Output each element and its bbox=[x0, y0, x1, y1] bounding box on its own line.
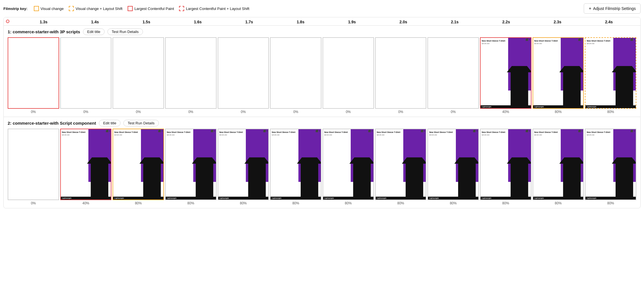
frame-cell[interactable] bbox=[113, 37, 164, 109]
frame-icon-menu: ≡ bbox=[529, 38, 530, 41]
adjust-btn-label: Adjust Filmstrip Settings bbox=[593, 6, 636, 11]
frame-cell[interactable] bbox=[218, 37, 269, 109]
frame-box[interactable]: New Short Sleeve T-Shirt$25.99 USD⬛≡Ligh… bbox=[113, 129, 164, 200]
frame-cell[interactable]: New Short Sleeve T-Shirt$25.99 USD⬛≡Ligh… bbox=[113, 129, 164, 200]
key-item-visual-change: Visual change bbox=[34, 6, 64, 11]
frame-cell[interactable]: New Short Sleeve T-Shirt$25.99 USD⬛≡Ligh… bbox=[375, 129, 427, 200]
frame-icon-camera: ⬛ bbox=[421, 130, 423, 132]
frame-box[interactable]: New Short Sleeve T-Shirt$25.99 USD⬛≡Ligh… bbox=[165, 129, 217, 200]
frame-icon-menu: ≡ bbox=[161, 130, 163, 132]
timeline-tick: 2.0s bbox=[378, 20, 429, 24]
section-1-frames: New Short Sleeve T-Shirt$25.99 USD⬛≡Ligh… bbox=[8, 37, 636, 109]
key-item-label: Largest Contentful Paint + Layout Shift bbox=[186, 7, 249, 11]
frame-box[interactable] bbox=[375, 37, 427, 109]
frame-icon-camera: ⬛ bbox=[578, 130, 581, 132]
percent-label: 80% bbox=[270, 201, 321, 205]
frame-box[interactable]: New Short Sleeve T-Shirt$25.99 USD⬛≡Ligh… bbox=[533, 129, 584, 200]
lightweight-bar: Lightweight bbox=[585, 105, 636, 108]
frame-box[interactable] bbox=[427, 37, 479, 109]
frame-box[interactable] bbox=[218, 37, 269, 109]
frame-box[interactable]: New Short Sleeve T-Shirt$25.99 USD⬛≡Ligh… bbox=[585, 129, 636, 200]
lightweight-bar: Lightweight bbox=[323, 197, 373, 200]
frame-box[interactable]: New Short Sleeve T-Shirt$25.99 USD⬛≡Ligh… bbox=[585, 37, 636, 109]
frame-icon-menu: ≡ bbox=[634, 130, 635, 132]
percent-label: 0% bbox=[60, 110, 112, 114]
frame-box[interactable]: New Short Sleeve T-Shirt$25.99 USD⬛≡Ligh… bbox=[60, 129, 112, 200]
frame-cell[interactable] bbox=[165, 37, 217, 109]
frame-cell[interactable] bbox=[270, 37, 321, 109]
key-item-label: Visual change bbox=[41, 7, 64, 11]
percent-label: 40% bbox=[480, 110, 531, 114]
frame-cell[interactable]: New Short Sleeve T-Shirt$25.99 USD⬛≡Ligh… bbox=[165, 129, 217, 200]
section-2-test-run-details[interactable]: Test Run Details bbox=[123, 120, 159, 126]
frame-cell[interactable]: New Short Sleeve T-Shirt$25.99 USD⬛≡Ligh… bbox=[427, 129, 479, 200]
section-2-edit-title[interactable]: Edit title bbox=[99, 120, 121, 126]
frame-icon-camera: ⬛ bbox=[211, 130, 213, 132]
frame-cell[interactable]: New Short Sleeve T-Shirt$25.99 USD⬛≡Ligh… bbox=[533, 37, 584, 109]
frame-cell[interactable]: New Short Sleeve T-Shirt$25.99 USD⬛≡Ligh… bbox=[323, 129, 374, 200]
percent-label: 80% bbox=[585, 201, 636, 205]
frame-icon-camera: ⬛ bbox=[263, 130, 266, 132]
frame-box[interactable]: New Short Sleeve T-Shirt$25.99 USD⬛≡Ligh… bbox=[427, 129, 479, 200]
frame-box[interactable]: New Short Sleeve T-Shirt$25.99 USD⬛≡Ligh… bbox=[480, 37, 531, 109]
section-1-test-run-details[interactable]: Test Run Details bbox=[107, 28, 143, 35]
visual-change-icon bbox=[34, 6, 39, 11]
frame-cell[interactable] bbox=[323, 37, 374, 109]
frame-cell[interactable] bbox=[427, 37, 479, 109]
frame-box[interactable]: New Short Sleeve T-Shirt$25.99 USD⬛≡Ligh… bbox=[218, 129, 269, 200]
frame-box[interactable]: New Short Sleeve T-Shirt$25.99 USD⬛≡Ligh… bbox=[323, 129, 374, 200]
frame-cell[interactable]: New Short Sleeve T-Shirt$25.99 USD⬛≡Ligh… bbox=[218, 129, 269, 200]
frame-cell[interactable]: New Short Sleeve T-Shirt$25.99 USD⬛≡Ligh… bbox=[60, 129, 112, 200]
frame-cell[interactable]: New Short Sleeve T-Shirt$25.99 USD⬛≡Ligh… bbox=[585, 37, 636, 109]
lightweight-bar: Lightweight bbox=[218, 197, 269, 200]
percent-label: 0% bbox=[323, 110, 374, 114]
frame-cell[interactable]: New Short Sleeve T-Shirt$25.99 USD⬛≡Ligh… bbox=[480, 37, 531, 109]
frame-icon-camera: ⬛ bbox=[630, 38, 633, 41]
frame-cell[interactable]: New Short Sleeve T-Shirt$25.99 USD⬛≡Ligh… bbox=[480, 129, 531, 200]
frame-icon-camera: ⬛ bbox=[158, 130, 161, 132]
frame-box[interactable] bbox=[113, 37, 164, 109]
frame-cell[interactable] bbox=[375, 37, 427, 109]
lightweight-bar: Lightweight bbox=[428, 197, 478, 200]
key-item-label: Visual change + Layout Shift bbox=[76, 7, 122, 11]
frame-cell[interactable]: New Short Sleeve T-Shirt$25.99 USD⬛≡Ligh… bbox=[585, 129, 636, 200]
frame-icon-camera: ⬛ bbox=[368, 130, 371, 132]
frame-box[interactable]: New Short Sleeve T-Shirt$25.99 USD⬛≡Ligh… bbox=[270, 129, 321, 200]
timeline-tick: 1.4s bbox=[69, 20, 121, 24]
frame-icon-menu: ≡ bbox=[581, 38, 583, 41]
frame-box[interactable]: New Short Sleeve T-Shirt$25.99 USD⬛≡Ligh… bbox=[480, 129, 531, 200]
frame-cell[interactable]: New Short Sleeve T-Shirt$25.99 USD⬛≡Ligh… bbox=[533, 129, 584, 200]
adjust-filmstrip-button[interactable]: + Adjust Filmstrip Settings bbox=[584, 3, 641, 14]
percent-label: 0% bbox=[113, 110, 164, 114]
frame-box[interactable] bbox=[8, 129, 59, 200]
frame-box[interactable] bbox=[8, 37, 59, 109]
percent-label: 0% bbox=[270, 110, 321, 114]
frame-cell[interactable] bbox=[8, 37, 59, 109]
frame-box[interactable]: New Short Sleeve T-Shirt$25.99 USD⬛≡Ligh… bbox=[533, 37, 584, 109]
frame-box[interactable] bbox=[323, 37, 374, 109]
timeline-tick: 1.6s bbox=[172, 20, 223, 24]
section-2-header: 2: commerce-starter-with Script componen… bbox=[8, 120, 636, 126]
key-item-lcp-layout: Largest Contentful Paint + Layout Shift bbox=[179, 6, 249, 11]
frame-icon-menu: ≡ bbox=[371, 130, 373, 132]
frame-cell[interactable] bbox=[60, 37, 112, 109]
frame-box[interactable]: New Short Sleeve T-Shirt$25.99 USD⬛≡Ligh… bbox=[375, 129, 427, 200]
section-1: 1: commerce-starter-with 3P scripts Edit… bbox=[4, 26, 640, 117]
key-item-lcp: Largest Contentful Paint bbox=[128, 6, 174, 11]
key-item-label: Largest Contentful Paint bbox=[134, 7, 174, 11]
frame-icon-camera: ⬛ bbox=[106, 130, 109, 132]
percent-label: 0% bbox=[165, 110, 217, 114]
section-1-edit-title[interactable]: Edit title bbox=[83, 28, 105, 35]
percent-label: 80% bbox=[218, 201, 269, 205]
frame-box[interactable] bbox=[60, 37, 112, 109]
frame-cell[interactable] bbox=[8, 129, 59, 200]
section-2: 2: commerce-starter-with Script componen… bbox=[4, 117, 640, 208]
timeline-tick: 2.2s bbox=[480, 20, 532, 24]
frame-icon-menu: ≡ bbox=[424, 130, 425, 132]
frame-box[interactable] bbox=[165, 37, 217, 109]
timeline-tick: 1.7s bbox=[223, 20, 275, 24]
frame-icon-camera: ⬛ bbox=[630, 130, 633, 132]
frame-icon-menu: ≡ bbox=[319, 130, 320, 132]
frame-cell[interactable]: New Short Sleeve T-Shirt$25.99 USD⬛≡Ligh… bbox=[270, 129, 321, 200]
frame-box[interactable] bbox=[270, 37, 321, 109]
